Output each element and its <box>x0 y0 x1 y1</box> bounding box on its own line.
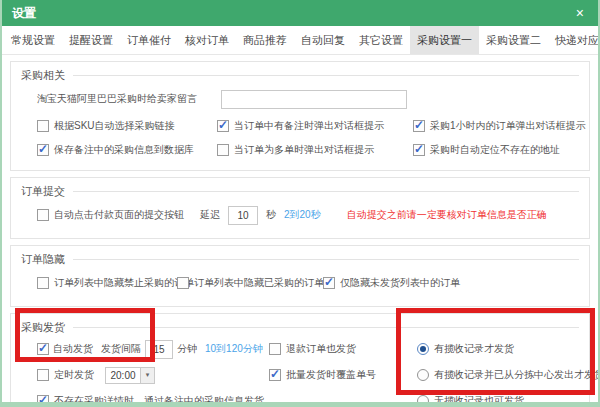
checkbox-field-hide-purchased[interactable]: 订单列表中隐藏已采购的订单 <box>177 276 323 290</box>
radio-field-pickup-record[interactable]: 有揽收记录才发货 <box>405 342 579 356</box>
checkbox-label: 当订单为多单时弹出对话框提示 <box>234 143 374 157</box>
radio-label: 无揽收记录也可发货 <box>434 394 524 407</box>
checkbox-field-locate-address[interactable]: 采购时自动定位不存在的地址 <box>413 143 579 157</box>
checkbox-label: 根据SKU自动选择采购链接 <box>54 119 175 133</box>
interval-unit: 分钟 <box>177 342 197 356</box>
tab-reminder-settings[interactable]: 提醒设置 <box>62 26 120 54</box>
delay-input[interactable] <box>228 206 258 225</box>
checkbox-icon[interactable] <box>217 144 229 156</box>
checkbox-icon[interactable] <box>37 144 49 156</box>
delay-unit: 秒 <box>266 208 276 222</box>
radio-icon[interactable] <box>417 369 429 381</box>
tab-general-settings[interactable]: 常规设置 <box>4 26 62 54</box>
section-title: 采购相关 <box>21 62 579 84</box>
window-title: 设置 <box>12 5 36 22</box>
checkbox-label: 采购1小时内的订单弹出对话框提示 <box>430 119 586 133</box>
tab-bar: 常规设置 提醒设置 订单催付 核对订单 商品推荐 自动回复 其它设置 采购设置一… <box>2 26 598 55</box>
checkbox-field-note-popup[interactable]: 当订单中有备注时弹出对话框提示 <box>217 119 413 133</box>
checkbox-label: 不存在采购详情时，通过备注中的采购信息发货 <box>54 394 264 407</box>
checkbox-icon[interactable] <box>269 343 281 355</box>
section-title: 订单隐藏 <box>21 246 579 268</box>
tab-purchase-settings-1[interactable]: 采购设置一 <box>410 26 479 54</box>
checkbox-icon[interactable] <box>269 369 281 381</box>
delay-label: 延迟 <box>200 208 220 222</box>
checkbox-field-multi-order-popup[interactable]: 当订单为多单时弹出对话框提示 <box>217 143 413 157</box>
interval-input[interactable] <box>145 340 173 359</box>
checkbox-label: 批量发货时覆盖单号 <box>286 368 376 382</box>
checkbox-field-hide-unshipped-only[interactable]: 仅隐藏未发货列表中的订单 <box>323 276 579 290</box>
checkbox-icon[interactable] <box>37 277 49 289</box>
checkbox-field-1hour-popup[interactable]: 采购1小时内的订单弹出对话框提示 <box>413 119 586 133</box>
tab-auto-reply[interactable]: 自动回复 <box>294 26 352 54</box>
delay-range-hint: 2到20秒 <box>284 208 321 222</box>
tab-order-payment-reminder[interactable]: 订单催付 <box>120 26 178 54</box>
seller-message-row: 淘宝天猫阿里巴巴采购时给卖家留言 <box>21 84 579 114</box>
tab-order-check[interactable]: 核对订单 <box>178 26 236 54</box>
ship-row-2: 定时发货 20:00 ▾ 批量发货时覆盖单号 有揽收记录并已从分拣中心发出才发货 <box>21 362 579 388</box>
checkbox-icon[interactable] <box>413 120 425 132</box>
checkbox-label: 订单列表中隐藏已采购的订单 <box>194 276 324 290</box>
checkbox-label: 订单列表中隐藏禁止采购的订单 <box>54 276 194 290</box>
checkbox-icon[interactable] <box>37 395 49 407</box>
section-purchase-related: 采购相关 淘宝天猫阿里巴巴采购时给卖家留言 根据SKU自动选择采购链接 当订单中… <box>10 61 590 171</box>
time-value[interactable]: 20:00 <box>105 367 141 384</box>
auto-submit-row: 自动点击付款页面的提交按钮 延迟 秒 2到20秒 自动提交之前请一定要核对订单信… <box>21 200 579 230</box>
checkbox-field-batch-overwrite[interactable]: 批量发货时覆盖单号 <box>269 368 405 382</box>
section-order-hide: 订单隐藏 订单列表中隐藏禁止采购的订单 订单列表中隐藏已采购的订单 仅隐藏未发货… <box>10 245 590 307</box>
settings-content: 采购相关 淘宝天猫阿里巴巴采购时给卖家留言 根据SKU自动选择采购链接 当订单中… <box>2 55 598 407</box>
hide-row: 订单列表中隐藏禁止采购的订单 订单列表中隐藏已采购的订单 仅隐藏未发货列表中的订… <box>21 268 579 298</box>
checkbox-icon[interactable] <box>37 209 49 221</box>
auto-ship-group: 自动发货 发货间隔 分钟 10到120分钟 <box>37 340 269 359</box>
section-title: 订单提交 <box>21 178 579 200</box>
section-order-submit: 订单提交 自动点击付款页面的提交按钮 延迟 秒 2到20秒 自动提交之前请一定要… <box>10 177 590 239</box>
time-spinner-icon[interactable]: ▾ <box>141 367 155 384</box>
tab-purchase-settings-2[interactable]: 采购设置二 <box>479 26 548 54</box>
submit-warning-text: 自动提交之前请一定要核对订单信息是否正确 <box>347 208 547 222</box>
checkbox-label: 自动点击付款页面的提交按钮 <box>54 208 184 222</box>
checkbox-label: 当订单中有备注时弹出对话框提示 <box>234 119 384 133</box>
timed-ship-group: 定时发货 20:00 ▾ <box>37 367 269 384</box>
checkbox-label: 自动发货 <box>53 342 93 356</box>
checkbox-icon[interactable] <box>323 277 335 289</box>
radio-label: 有揽收记录并已从分拣中心发出才发货 <box>434 368 600 382</box>
close-icon[interactable]: × <box>572 6 588 20</box>
interval-label: 发货间隔 <box>101 342 141 356</box>
checkbox-icon[interactable] <box>413 144 425 156</box>
checkbox-icon[interactable] <box>177 277 189 289</box>
seller-message-input[interactable] <box>221 90 407 109</box>
checkbox-label: 仅隐藏未发货列表中的订单 <box>340 276 460 290</box>
settings-dialog: 设置 × 常规设置 提醒设置 订单催付 核对订单 商品推荐 自动回复 其它设置 … <box>0 0 600 407</box>
timed-ship-time-control: 20:00 ▾ <box>105 367 155 384</box>
ship-row-1: 自动发货 发货间隔 分钟 10到120分钟 退款订单也发货 有揽收记录才发货 <box>21 336 579 362</box>
checkbox-icon[interactable] <box>217 120 229 132</box>
interval-range-hint: 10到120分钟 <box>205 342 263 356</box>
checkbox-row-1: 根据SKU自动选择采购链接 当订单中有备注时弹出对话框提示 采购1小时内的订单弹… <box>21 114 579 138</box>
title-bar: 设置 × <box>2 0 598 26</box>
checkbox-field-note-ship[interactable]: 不存在采购详情时，通过备注中的采购信息发货 <box>37 394 405 407</box>
radio-label: 有揽收记录才发货 <box>434 342 514 356</box>
checkbox-field-hide-forbidden[interactable]: 订单列表中隐藏禁止采购的订单 <box>37 276 177 290</box>
checkbox-icon[interactable] <box>37 120 49 132</box>
checkbox-label: 定时发货 <box>54 368 94 382</box>
tab-product-recommend[interactable]: 商品推荐 <box>236 26 294 54</box>
checkbox-icon[interactable] <box>37 369 49 381</box>
radio-icon[interactable] <box>417 395 429 407</box>
checkbox-field-auto-submit[interactable]: 自动点击付款页面的提交按钮 <box>37 208 184 222</box>
checkbox-label: 退款订单也发货 <box>286 342 356 356</box>
radio-field-no-record[interactable]: 无揽收记录也可发货 <box>405 394 579 407</box>
radio-field-sorting-center[interactable]: 有揽收记录并已从分拣中心发出才发货 <box>405 368 600 382</box>
checkbox-label: 采购时自动定位不存在的地址 <box>430 143 560 157</box>
checkbox-icon[interactable] <box>37 343 49 355</box>
checkbox-field-save-note-db[interactable]: 保存备注中的采购信息到数据库 <box>37 143 217 157</box>
ship-row-3: 不存在采购详情时，通过备注中的采购信息发货 无揽收记录也可发货 <box>21 388 579 407</box>
radio-icon[interactable] <box>417 343 429 355</box>
section-title: 采购发货 <box>21 314 579 336</box>
checkbox-field-sku-autoselect[interactable]: 根据SKU自动选择采购链接 <box>37 119 217 133</box>
checkbox-row-2: 保存备注中的采购信息到数据库 当订单为多单时弹出对话框提示 采购时自动定位不存在… <box>21 138 579 162</box>
checkbox-field-refund-ship[interactable]: 退款订单也发货 <box>269 342 405 356</box>
tab-other-settings[interactable]: 其它设置 <box>352 26 410 54</box>
seller-message-label: 淘宝天猫阿里巴巴采购时给卖家留言 <box>37 92 197 106</box>
section-purchase-ship: 采购发货 自动发货 发货间隔 分钟 10到120分钟 退款订单也发货 有揽收记录… <box>10 313 590 407</box>
tab-express-mapping-table[interactable]: 快递对应表 <box>548 26 600 54</box>
checkbox-label: 保存备注中的采购信息到数据库 <box>54 143 194 157</box>
